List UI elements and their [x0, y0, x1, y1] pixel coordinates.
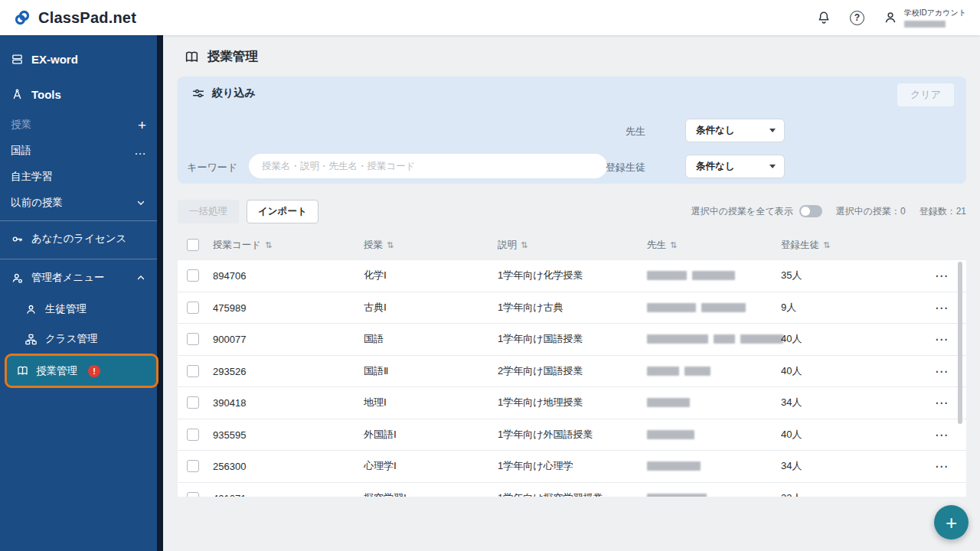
row-actions-button[interactable]: ⋯ [926, 426, 957, 442]
more-options-icon[interactable]: … [134, 145, 146, 157]
cell-teacher-redacted [647, 461, 706, 471]
sidebar-item-lesson-mgmt-selected[interactable]: 授業管理 ! [5, 354, 158, 388]
sidebar-section-classes[interactable]: 授業 + [0, 113, 157, 136]
sort-icon[interactable]: ⇅ [521, 240, 528, 250]
redacted-teacher-name [647, 461, 701, 471]
book-icon [184, 49, 200, 65]
cell-teacher-redacted [647, 494, 712, 497]
account-menu[interactable]: 学校IDアカウント [883, 8, 966, 28]
table-row[interactable]: 390418 地理Ⅰ 1学年向け地理授業 34人 ⋯ [178, 387, 966, 419]
cell-class-code: 894706 [213, 270, 246, 282]
bell-icon[interactable] [816, 10, 831, 25]
add-class-icon[interactable]: + [138, 118, 146, 132]
account-name-redacted [904, 21, 946, 28]
cell-class-code: 293526 [213, 365, 246, 377]
redacted-teacher-name [647, 430, 694, 439]
chevron-down-icon [769, 165, 776, 168]
row-actions-button[interactable]: ⋯ [926, 395, 957, 411]
row-checkbox[interactable] [187, 396, 199, 409]
sidebar-scrollbar[interactable] [157, 35, 163, 551]
table-row[interactable]: 935595 外国語Ⅰ 1学年向け外国語授業 40人 ⋯ [178, 419, 966, 452]
row-checkbox[interactable] [187, 302, 199, 314]
import-button[interactable]: インポート [247, 200, 318, 223]
row-checkbox[interactable] [187, 429, 199, 441]
row-checkbox[interactable] [187, 269, 199, 282]
table-row[interactable]: 256300 心理学Ⅰ 1学年向け心理学 34人 ⋯ [178, 451, 966, 483]
toolbar-right: 選択中の授業を全て表示 選択中の授業：0 登録数：21 [691, 205, 966, 218]
keyword-search-input[interactable] [249, 154, 607, 178]
bulk-action-button[interactable]: 一括処理 [178, 200, 239, 223]
row-checkbox[interactable] [187, 460, 199, 472]
chevron-down-icon [769, 129, 776, 132]
cell-teacher-redacted [647, 367, 716, 376]
row-checkbox[interactable] [187, 365, 199, 377]
sidebar-item-class-mgmt[interactable]: クラス管理 [0, 328, 157, 350]
row-checkbox[interactable] [187, 492, 199, 497]
sidebar-item-self-study[interactable]: 自主学習 [0, 165, 157, 188]
redacted-teacher-name [647, 398, 690, 407]
cell-class-code: 256300 [213, 461, 246, 472]
help-icon[interactable]: ? [850, 11, 864, 25]
table-scrollbar[interactable] [958, 262, 962, 424]
table-row[interactable]: 900077 国語 1学年向け国語授業 40人 ⋯ [178, 324, 966, 356]
redacted-teacher-name [647, 367, 679, 376]
sidebar-item-license[interactable]: あなたのライセンス [0, 227, 157, 250]
cell-class-name: 探究学習Ⅰ [364, 491, 407, 497]
page-title-text: 授業管理 [207, 48, 258, 65]
cell-class-name: 心理学Ⅰ [364, 459, 397, 473]
sort-icon[interactable]: ⇅ [387, 240, 394, 250]
sidebar-item-tools[interactable]: Tools [0, 83, 157, 106]
user-icon [883, 10, 898, 25]
col-header-code[interactable]: 授業コード ⇅ [213, 239, 272, 252]
table-toolbar: 一括処理 インポート 選択中の授業を全て表示 選択中の授業：0 登録数：21 [178, 200, 966, 223]
table-row[interactable]: 475989 古典Ⅰ 1学年向け古典 9人 ⋯ [178, 292, 966, 324]
row-actions-button[interactable]: ⋯ [926, 331, 957, 347]
table-row[interactable]: 894706 化学Ⅰ 1学年向け化学授業 35人 ⋯ [178, 260, 966, 292]
topbar: ClassPad.net ? 学校IDアカウント [0, 0, 980, 35]
row-actions-button[interactable]: ⋯ [926, 458, 957, 474]
sort-icon[interactable]: ⇅ [265, 240, 272, 250]
cell-class-code: 390418 [213, 397, 246, 409]
filter-panel: 絞り込み クリア 先生 条件なし キーワード 登録生徒 条件なし [178, 77, 966, 184]
row-actions-button[interactable]: ⋯ [926, 363, 957, 379]
col-header-teacher[interactable]: 先生 ⇅ [647, 239, 677, 252]
redacted-teacher-name [647, 271, 687, 280]
table-row[interactable]: 293526 国語Ⅱ 2学年向け国語授業 40人 ⋯ [178, 356, 966, 388]
select-all-checkbox[interactable] [187, 239, 199, 251]
cell-class-name: 外国語Ⅰ [364, 428, 397, 442]
cell-student-count: 34人 [781, 396, 802, 409]
filter-header: 絞り込み [191, 86, 256, 100]
filter-sliders-icon [191, 86, 205, 100]
col-header-students[interactable]: 登録生徒 ⇅ [781, 239, 830, 252]
clear-filter-button[interactable]: クリア [897, 83, 954, 106]
redacted-teacher-name [714, 334, 735, 344]
sort-icon[interactable]: ⇅ [823, 240, 830, 250]
show-selected-toggle[interactable] [799, 205, 822, 217]
main-content: 授業管理 絞り込み クリア 先生 条件なし キーワード 登録生徒 条件なし 一括… [163, 35, 980, 551]
sidebar-item-japanese[interactable]: 国語 … [0, 139, 157, 162]
row-checkbox[interactable] [187, 333, 199, 345]
sidebar-divider [0, 259, 157, 259]
sidebar-item-previous-classes[interactable]: 以前の授業 [0, 191, 157, 214]
cell-description: 1学年向け化学授業 [498, 269, 583, 282]
sidebar-item-student-mgmt[interactable]: 生徒管理 [0, 298, 157, 321]
redacted-teacher-name [740, 334, 783, 344]
keyword-filter-label: キーワード [184, 161, 237, 174]
sidebar-item-admin-menu[interactable]: 管理者メニュー [0, 266, 157, 289]
redacted-teacher-name [684, 367, 710, 376]
sidebar: EX-word Tools 授業 + 国語 … 自主学習 以前の授業 あなたのラ… [0, 35, 163, 551]
row-actions-button[interactable]: ⋯ [926, 490, 957, 497]
table-row[interactable]: 421271 探究学習Ⅰ 1学年向け探究学習授業 33人 ⋯ [178, 483, 966, 497]
col-header-subject[interactable]: 授業 ⇅ [364, 239, 394, 252]
row-actions-button[interactable]: ⋯ [926, 268, 957, 284]
col-header-description[interactable]: 説明 ⇅ [498, 239, 528, 252]
row-actions-button[interactable]: ⋯ [926, 299, 957, 315]
classpad-logo[interactable]: ClassPad.net [12, 8, 136, 28]
add-class-fab[interactable]: + [934, 505, 969, 540]
students-filter-dropdown[interactable]: 条件なし [685, 155, 785, 178]
teacher-filter-dropdown[interactable]: 条件なし [685, 119, 785, 142]
sitemap-icon [24, 333, 38, 346]
sidebar-item-ex-word[interactable]: EX-word [0, 47, 157, 70]
sort-icon[interactable]: ⇅ [670, 240, 677, 250]
cell-description: 1学年向け外国語授業 [498, 428, 593, 442]
